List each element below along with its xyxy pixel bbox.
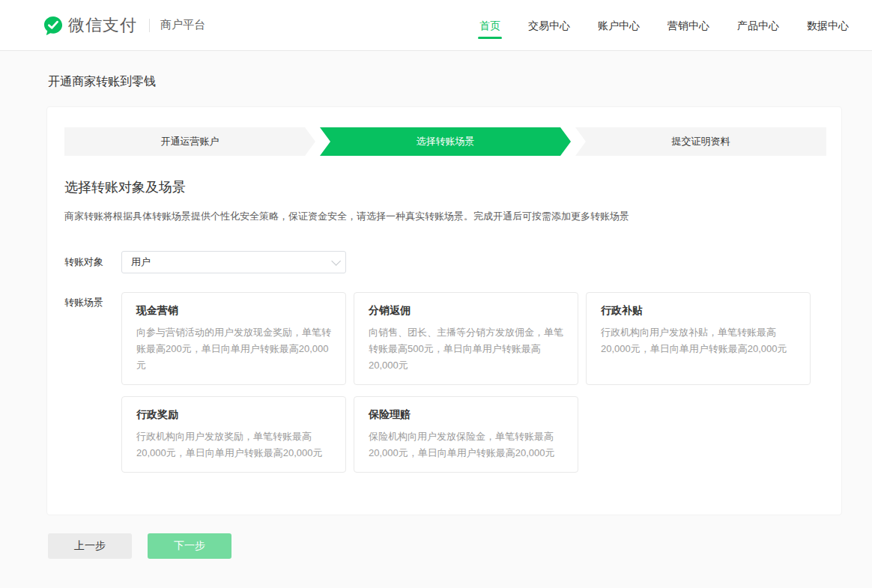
scene-card-administrative-reward[interactable]: 行政奖励 行政机构向用户发放奖励，单笔转账最高20,000元，单日向单用户转账最…	[121, 396, 346, 473]
scene-card-administrative-subsidy[interactable]: 行政补贴 行政机构向用户发放补贴，单笔转账最高20,000元，单日向单用户转账最…	[586, 292, 811, 385]
transfer-target-value: 用户	[131, 255, 151, 269]
transfer-target-label: 转账对象	[64, 255, 121, 269]
top-header: 微信支付 商户平台 首页 交易中心 账户中心 营销中心 产品中心 数据中心	[0, 0, 872, 51]
section-title: 选择转账对象及场景	[64, 178, 826, 196]
chevron-down-icon	[331, 256, 341, 266]
next-step-button[interactable]: 下一步	[148, 533, 231, 559]
nav-item-marketing-center[interactable]: 营销中心	[667, 1, 709, 49]
nav-item-account-center[interactable]: 账户中心	[598, 1, 640, 49]
step-wizard: 开通运营账户 选择转账场景 提交证明资料	[64, 127, 826, 156]
scene-card-description: 向参与营销活动的用户发放现金奖励，单笔转账最高200元，单日向单用户转账最高20…	[136, 324, 331, 374]
section-description: 商家转账将根据具体转账场景提供个性化安全策略，保证资金安全，请选择一种真实转账场…	[64, 209, 826, 224]
scene-card-description: 保险机构向用户发放保险金，单笔转账最高20,000元，单日向单用户转账最高20,…	[369, 428, 563, 461]
transfer-target-select[interactable]: 用户	[121, 251, 346, 273]
scene-card-title: 行政补贴	[601, 304, 796, 318]
page-title: 开通商家转账到零钱	[48, 74, 872, 90]
main-card: 开通运营账户 选择转账场景 提交证明资料 选择转账对象及场景 商家转账将根据具体…	[46, 106, 842, 515]
scene-grid: 现金营销 向参与营销活动的用户发放现金奖励，单笔转账最高200元，单日向单用户转…	[121, 292, 811, 473]
scene-card-title: 行政奖励	[136, 408, 331, 422]
scene-card-description: 行政机构向用户发放补贴，单笔转账最高20,000元，单日向单用户转账最高20,0…	[601, 324, 796, 357]
nav-item-home[interactable]: 首页	[479, 1, 500, 49]
wechat-pay-logo-icon	[43, 15, 64, 36]
step-select-transfer-scene: 选择转账场景	[320, 127, 571, 156]
transfer-scene-row: 转账场景 现金营销 向参与营销活动的用户发放现金奖励，单笔转账最高200元，单日…	[64, 292, 826, 473]
scene-card-description: 向销售、团长、主播等分销方发放佣金，单笔转账最高500元，单日向单用户转账最高2…	[369, 324, 563, 374]
scene-card-distribution-commission[interactable]: 分销返佣 向销售、团长、主播等分销方发放佣金，单笔转账最高500元，单日向单用户…	[354, 292, 578, 385]
main-nav: 首页 交易中心 账户中心 营销中心 产品中心 数据中心	[479, 1, 849, 49]
step-submit-proof-materials: 提交证明资料	[575, 127, 826, 156]
scene-card-insurance-claim[interactable]: 保险理赔 保险机构向用户发放保险金，单笔转账最高20,000元，单日向单用户转账…	[354, 396, 578, 473]
scene-card-title: 现金营销	[136, 304, 331, 318]
transfer-scene-label: 转账场景	[64, 292, 121, 473]
brand-logo-link[interactable]: 微信支付 商户平台	[43, 14, 205, 37]
footer-actions: 上一步 下一步	[48, 533, 872, 559]
scene-card-cash-marketing[interactable]: 现金营销 向参与营销活动的用户发放现金奖励，单笔转账最高200元，单日向单用户转…	[121, 292, 346, 385]
scene-card-title: 分销返佣	[369, 304, 563, 318]
nav-item-product-center[interactable]: 产品中心	[737, 1, 779, 49]
scene-card-description: 行政机构向用户发放奖励，单笔转账最高20,000元，单日向单用户转账最高20,0…	[136, 428, 331, 461]
transfer-target-row: 转账对象 用户	[64, 251, 826, 273]
brand-name: 微信支付	[68, 14, 137, 37]
previous-step-button[interactable]: 上一步	[48, 533, 132, 559]
nav-item-data-center[interactable]: 数据中心	[807, 1, 849, 49]
platform-label: 商户平台	[160, 18, 205, 32]
scene-card-title: 保险理赔	[369, 408, 563, 422]
brand-divider	[149, 19, 150, 32]
nav-item-transaction-center[interactable]: 交易中心	[528, 1, 570, 49]
step-open-operating-account: 开通运营账户	[64, 127, 315, 156]
